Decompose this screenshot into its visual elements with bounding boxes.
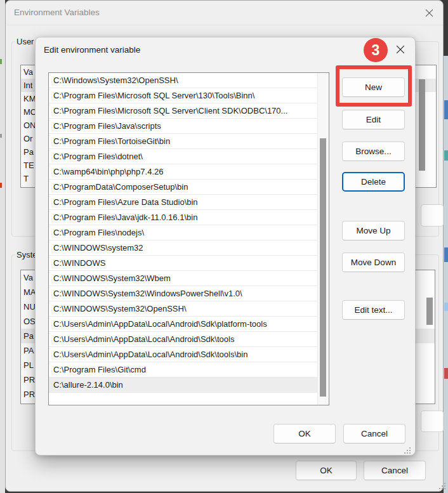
- path-list-item[interactable]: C:\WINDOWS\System32\WindowsPowerShell\v1…: [49, 286, 318, 301]
- edit-environment-variable-dialog: Edit environment variable C:\Windows\Sys…: [35, 37, 416, 456]
- cancel-button[interactable]: Cancel: [364, 461, 426, 480]
- annotation-step-badge: 3: [364, 38, 388, 62]
- path-list-item[interactable]: C:\WINDOWS\system32: [49, 240, 318, 256]
- path-list-item[interactable]: C:\wamp64\bin\php\php7.4.26: [49, 164, 318, 180]
- path-list-item[interactable]: C:\Program Files\nodejs\: [49, 225, 318, 240]
- path-rows: C:\Windows\System32\OpenSSH\C:\Program F…: [49, 73, 318, 393]
- background-fragment: [444, 247, 448, 262]
- path-listbox[interactable]: C:\Windows\System32\OpenSSH\C:\Program F…: [48, 72, 329, 405]
- move-down-button[interactable]: Move Down: [342, 253, 405, 272]
- path-list-item[interactable]: C:\Program Files\Java\jdk-11.0.16.1\bin: [49, 210, 318, 225]
- close-icon: [425, 9, 433, 17]
- browse-button[interactable]: Browse...: [342, 141, 405, 161]
- path-list-item[interactable]: C:\WINDOWS\System32\OpenSSH\: [49, 301, 318, 317]
- ok-button[interactable]: OK: [296, 461, 357, 480]
- screen: Environment Variables User VaIntKMMOONOr…: [0, 0, 448, 493]
- scrollbar-track[interactable]: [317, 73, 329, 405]
- path-list-item[interactable]: C:\Program Files\Java\scripts: [49, 119, 318, 134]
- background-fragment: [444, 150, 448, 161]
- scrollbar-thumb[interactable]: [419, 79, 425, 171]
- scrollbar-thumb[interactable]: [426, 298, 433, 325]
- move-up-button[interactable]: Move Up: [342, 221, 405, 240]
- path-list-item[interactable]: C:\Windows\System32\OpenSSH\: [49, 73, 318, 88]
- path-list-item[interactable]: C:\Users\Admin\AppData\Local\Android\Sdk…: [49, 317, 318, 332]
- resize-grip-icon[interactable]: [438, 482, 446, 490]
- background-fragment: [0, 183, 2, 188]
- path-list-item[interactable]: C:\Program Files\Git\cmd: [49, 362, 318, 378]
- dialog-title: Edit environment variable: [44, 37, 140, 63]
- path-list-item[interactable]: C:\Program Files\Microsoft SQL Server\13…: [49, 88, 318, 103]
- user-variables-group-label: User: [15, 36, 36, 47]
- background-fragment: [444, 303, 448, 311]
- path-list-item[interactable]: C:\Program Files\Microsoft SQL Server\Cl…: [49, 103, 318, 119]
- titlebar[interactable]: Environment Variables: [6, 1, 443, 25]
- window-title: Environment Variables: [14, 1, 100, 25]
- path-list-item[interactable]: C:\Users\Admin\AppData\Local\Android\Sdk…: [49, 332, 318, 347]
- path-list-item[interactable]: C:\Program Files\dotnet\: [49, 149, 318, 164]
- close-button[interactable]: [419, 3, 438, 22]
- background-fragment: [0, 59, 2, 64]
- background-fragment: [0, 134, 2, 138]
- resize-grip-icon[interactable]: [404, 447, 411, 454]
- background-fragment: [444, 100, 448, 119]
- edit-text-button[interactable]: Edit text...: [342, 300, 405, 320]
- cancel-button[interactable]: Cancel: [343, 424, 405, 444]
- partial-button[interactable]: [421, 411, 444, 432]
- delete-button[interactable]: Delete: [342, 172, 405, 192]
- annotation-highlight-box: [336, 65, 412, 107]
- background-window-right-strip: [444, 56, 448, 493]
- ok-button[interactable]: OK: [273, 424, 336, 444]
- annotation-step-number: 3: [372, 42, 380, 59]
- background-window-left-strip: [0, 0, 5, 493]
- background-fragment: [444, 368, 448, 379]
- path-list-item[interactable]: C:\ProgramData\ComposerSetup\bin: [49, 180, 318, 195]
- scrollbar-thumb[interactable]: [320, 138, 326, 397]
- close-icon: [396, 45, 405, 54]
- path-list-item[interactable]: C:\allure-2.14.0\bin: [49, 378, 318, 393]
- partial-button[interactable]: [421, 204, 444, 227]
- path-list-item[interactable]: C:\WINDOWS: [49, 256, 318, 271]
- path-list-item[interactable]: C:\Program Files\TortoiseGit\bin: [49, 134, 318, 149]
- close-button[interactable]: [391, 40, 410, 59]
- path-list-item[interactable]: C:\Users\Admin\AppData\Local\Android\Sdk…: [49, 347, 318, 362]
- path-list-item[interactable]: C:\Program Files\Azure Data Studio\bin: [49, 195, 318, 210]
- path-list-item[interactable]: C:\WINDOWS\System32\Wbem: [49, 271, 318, 286]
- edit-button[interactable]: Edit: [342, 110, 405, 129]
